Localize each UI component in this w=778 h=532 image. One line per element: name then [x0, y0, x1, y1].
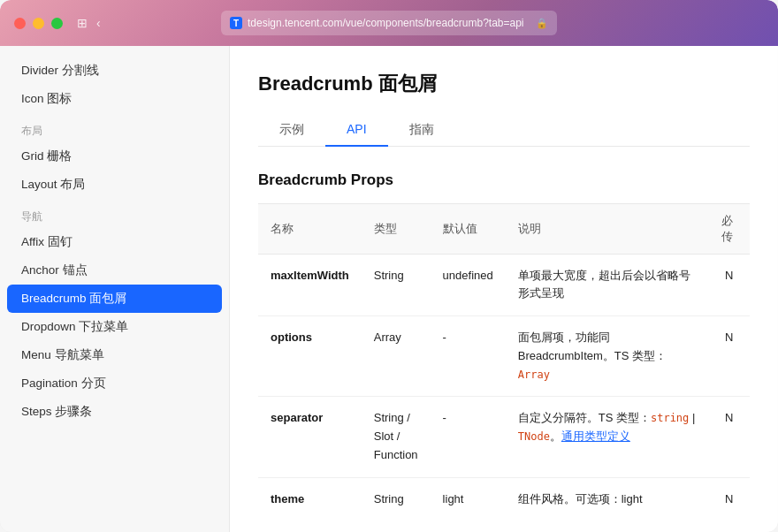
table-header-名称: 名称 — [258, 203, 362, 254]
prop-type: Array — [362, 316, 431, 397]
props-table: 名称类型默认值说明必传 maxItemWidthStringundefined单… — [258, 203, 750, 521]
table-row: separatorString / Slot / Function-自定义分隔符… — [258, 397, 750, 477]
prop-type: String — [362, 477, 431, 521]
table-row: optionsArray-面包屑项，功能同 BreadcrumbItem。TS … — [258, 316, 750, 397]
sidebar-section-section-nav: 导航 — [0, 199, 229, 228]
url-text: tdesign.tencent.com/vue/components/bread… — [248, 17, 524, 29]
sidebar-item-menu[interactable]: Menu 导航菜单 — [0, 341, 229, 369]
tab-api[interactable]: API — [325, 115, 388, 147]
tab-guide[interactable]: 指南 — [388, 115, 455, 147]
favicon: T — [230, 17, 242, 29]
prop-desc: 自定义分隔符。TS 类型：string | TNode。通用类型定义 — [506, 397, 709, 477]
traffic-lights — [14, 18, 63, 29]
sidebar-item-steps[interactable]: Steps 步骤条 — [0, 398, 229, 426]
section-title: Breadcrumb Props — [258, 171, 750, 189]
sidebar-item-breadcrumb[interactable]: Breadcrumb 面包屑 — [7, 285, 222, 313]
sidebar-item-dropdown[interactable]: Dropdown 下拉菜单 — [0, 313, 229, 341]
prop-default: - — [431, 316, 506, 397]
prop-desc: 面包屑项，功能同 BreadcrumbItem。TS 类型：Array — [506, 316, 709, 397]
prop-type: String / Slot / Function — [362, 397, 431, 477]
sidebar-item-grid[interactable]: Grid 栅格 — [0, 142, 229, 171]
table-header-说明: 说明 — [506, 203, 709, 254]
sidebar-item-affix[interactable]: Affix 固钉 — [0, 228, 229, 256]
page-title: Breadcrumb 面包屑 — [258, 71, 750, 97]
prop-name: theme — [258, 477, 362, 521]
main-layout: Divider 分割线Icon 图标布局Grid 栅格Layout 布局导航Af… — [0, 46, 778, 532]
prop-name: separator — [258, 397, 362, 477]
prop-name: options — [258, 316, 362, 397]
table-row: maxItemWidthStringundefined单项最大宽度，超出后会以省… — [258, 254, 750, 316]
sidebar-item-divider[interactable]: Divider 分割线 — [0, 57, 229, 85]
tabs: 示例API指南 — [258, 115, 750, 147]
window: ⊞ ‹ T tdesign.tencent.com/vue/components… — [0, 0, 778, 532]
minimize-button[interactable] — [33, 18, 44, 29]
prop-name: maxItemWidth — [258, 254, 362, 316]
table-header-row: 名称类型默认值说明必传 — [258, 203, 750, 254]
prop-required: N — [709, 477, 750, 521]
sidebar-item-icon[interactable]: Icon 图标 — [0, 85, 229, 113]
prop-desc: 组件风格。可选项：light — [506, 477, 709, 521]
lock-icon: 🔒 — [536, 18, 548, 29]
tab-example[interactable]: 示例 — [258, 115, 325, 147]
table-head: 名称类型默认值说明必传 — [258, 203, 750, 254]
table-header-必传: 必传 — [709, 203, 750, 254]
sidebar: Divider 分割线Icon 图标布局Grid 栅格Layout 布局导航Af… — [0, 46, 230, 532]
prop-desc: 单项最大宽度，超出后会以省略号形式呈现 — [506, 254, 709, 316]
prop-required: N — [709, 254, 750, 316]
maximize-button[interactable] — [51, 18, 63, 29]
prop-default: undefined — [431, 254, 506, 316]
sidebar-item-layout[interactable]: Layout 布局 — [0, 171, 229, 199]
address-bar[interactable]: T tdesign.tencent.com/vue/components/bre… — [221, 11, 557, 35]
sidebar-item-anchor[interactable]: Anchor 锚点 — [0, 256, 229, 285]
content-area: Breadcrumb 面包屑 示例API指南 Breadcrumb Props … — [230, 46, 778, 532]
table-header-默认值: 默认值 — [431, 203, 506, 254]
close-button[interactable] — [14, 18, 26, 29]
sidebar-section-section-layout: 布局 — [0, 113, 229, 142]
type-link[interactable]: 通用类型定义 — [561, 429, 630, 443]
table-row: themeStringlight组件风格。可选项：lightN — [258, 477, 750, 521]
prop-default: light — [431, 477, 506, 521]
titlebar: ⊞ ‹ T tdesign.tencent.com/vue/components… — [0, 0, 778, 46]
prop-required: N — [709, 316, 750, 397]
table-header-类型: 类型 — [362, 203, 431, 254]
back-icon[interactable]: ‹ — [96, 16, 101, 30]
prop-default: - — [431, 397, 506, 477]
prop-required: N — [709, 397, 750, 477]
sidebar-toggle-icon[interactable]: ⊞ — [77, 16, 88, 30]
sidebar-item-pagination[interactable]: Pagination 分页 — [0, 369, 229, 398]
titlebar-controls: ⊞ ‹ — [77, 16, 101, 30]
prop-type: String — [362, 254, 431, 316]
table-body: maxItemWidthStringundefined单项最大宽度，超出后会以省… — [258, 254, 750, 521]
